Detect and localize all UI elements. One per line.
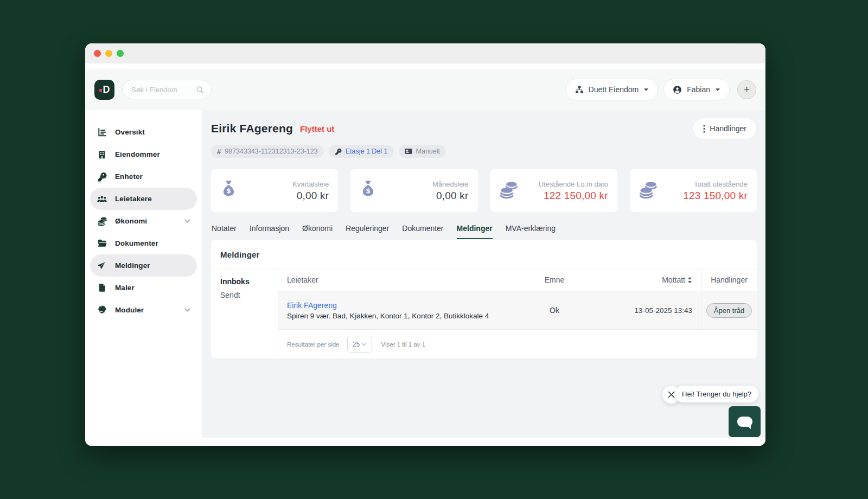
tab-reguleringer[interactable]: Reguleringer (346, 224, 389, 239)
overview-icon (97, 127, 107, 138)
sidebar-item-okonomi[interactable]: Økonomi (90, 210, 197, 232)
sidebar-item-eiendommer[interactable]: Eiendommer (90, 143, 197, 165)
search-icon (195, 85, 205, 94)
contract-number-badge: # 987343343-112312313-23-123 (211, 145, 324, 158)
sidebar-item-label: Moduler (115, 306, 144, 314)
user-name: Fabian (687, 85, 710, 94)
tab-mva-erklaering[interactable]: MVA-erklæring (506, 224, 556, 239)
stat-label: Totalt utestående (683, 180, 748, 188)
manual-badge-label: Manuelt (416, 148, 440, 155)
column-header-emne: Emne (500, 276, 609, 284)
logo-letter: D (103, 85, 110, 94)
chat-launcher-button[interactable] (729, 406, 761, 437)
stat-value: 122 150,00 kr (539, 190, 608, 202)
messages-table: Leietaker Emne Mottatt Handlinger (278, 268, 757, 359)
organization-selector[interactable]: Duett Eiendom (566, 79, 659, 100)
global-search[interactable] (122, 80, 212, 99)
subject-cell: Ok (500, 299, 609, 321)
message-folders: Innboks Sendt (211, 268, 278, 359)
user-menu[interactable]: Fabian (663, 79, 730, 100)
stat-cards: $ Kvartalsleie 0,00 kr $ Månedsleie 0,00… (211, 169, 757, 212)
stat-card-kvartalsleie: $ Kvartalsleie 0,00 kr (211, 169, 338, 212)
sidebar-item-oversikt[interactable]: Oversikt (90, 121, 197, 143)
money-bag-icon: $ (220, 180, 238, 202)
unit-badge[interactable]: Etasje 1 Del 1 (329, 145, 394, 158)
manual-badge: Manuelt (399, 145, 446, 158)
search-input[interactable] (131, 86, 195, 94)
close-window-button[interactable] (94, 50, 101, 57)
stat-value: 123 150,00 kr (683, 190, 748, 202)
column-header-mottatt[interactable]: Mottatt (609, 276, 701, 284)
stat-card-utestaende-tom-dato: Utestående t.o.m dato 122 150,00 kr (490, 169, 617, 212)
file-icon (97, 283, 107, 293)
minimize-window-button[interactable] (105, 50, 112, 57)
sidebar-item-leietakere[interactable]: Leietakere (90, 188, 197, 210)
card-icon (405, 148, 412, 155)
folder-icon (97, 238, 107, 249)
app-window: D Duett Eiendom Fabian (85, 43, 765, 446)
tab-bar: Notater Informasjon Økonomi Reguleringer… (211, 224, 757, 239)
svg-text:$: $ (226, 187, 231, 194)
tenants-icon (97, 194, 107, 204)
kebab-icon (703, 125, 705, 133)
key-icon (335, 148, 342, 155)
per-page-select[interactable]: 25 (347, 336, 372, 353)
stat-card-totalt-utestaende: Totalt utestående 123 150,00 kr (630, 169, 757, 212)
table-row[interactable]: Eirik FAgereng Spiren 9 vær. Bad, Kjøkke… (278, 291, 757, 330)
tab-dokumenter[interactable]: Dokumenter (402, 224, 443, 239)
messages-panel: Meldinger Innboks Sendt Leietaker Emne M… (211, 240, 757, 359)
sidebar-item-maler[interactable]: Maler (90, 277, 197, 299)
money-bag-icon: $ (359, 180, 377, 202)
tab-okonomi[interactable]: Økonomi (302, 224, 333, 239)
badge-row: # 987343343-112312313-23-123 Etasje 1 De… (211, 145, 757, 158)
sidebar-item-meldinger[interactable]: Meldinger (90, 254, 197, 277)
add-button-label: + (744, 84, 750, 95)
sidebar-item-label: Dokumenter (115, 239, 158, 247)
status-badge: Flyttet ut (300, 124, 334, 133)
tenant-link[interactable]: Eirik FAgereng (287, 301, 337, 310)
chat-prompt[interactable]: Hei! Trenger du hjelp? (675, 386, 758, 402)
sidebar-item-label: Leietakere (115, 195, 152, 203)
tab-informasjon[interactable]: Informasjon (250, 224, 289, 239)
actions-cell: Åpen tråd (701, 291, 757, 329)
key-icon (97, 171, 107, 182)
user-avatar-icon (673, 85, 682, 94)
column-header-leietaker: Leietaker (278, 276, 500, 284)
close-icon (668, 391, 675, 398)
coins-icon (97, 216, 107, 227)
sidebar-item-enheter[interactable]: Enheter (90, 165, 197, 188)
tab-meldinger[interactable]: Meldinger (457, 224, 493, 239)
sidebar-item-label: Økonomi (115, 217, 147, 225)
table-header-row: Leietaker Emne Mottatt Handlinger (278, 268, 757, 291)
sitemap-icon (575, 85, 584, 94)
sidebar-item-dokumenter[interactable]: Dokumenter (90, 232, 197, 254)
chat-prompt-text: Hei! Trenger du hjelp? (682, 390, 751, 398)
column-header-mottatt-label: Mottatt (662, 276, 685, 284)
chevron-down-icon (361, 343, 366, 346)
sidebar: Oversikt Eiendommer Enheter Leietakere (85, 110, 202, 438)
tab-notater[interactable]: Notater (212, 224, 237, 239)
coins-icon (639, 181, 658, 201)
sidebar-item-label: Eiendommer (115, 150, 160, 158)
top-app-bar: D Duett Eiendom Fabian (85, 69, 765, 110)
actions-button[interactable]: Handlinger (693, 118, 757, 139)
folder-innboks[interactable]: Innboks (220, 277, 278, 286)
window-bottom-edge (85, 438, 765, 446)
maximize-window-button[interactable] (117, 50, 124, 57)
per-page-label: Resultater per side (287, 341, 340, 348)
svg-text:$: $ (366, 187, 371, 194)
add-button[interactable]: + (737, 80, 756, 99)
contract-number: 987343343-112312313-23-123 (225, 148, 317, 155)
building-icon (97, 149, 107, 160)
logo-dot (99, 89, 102, 92)
coins-icon (499, 181, 519, 201)
app-logo[interactable]: D (94, 80, 114, 100)
chevron-down-icon (184, 219, 190, 223)
sort-icon[interactable] (687, 277, 692, 284)
unit-badge-label: Etasje 1 Del 1 (346, 148, 388, 155)
folder-sendt[interactable]: Sendt (220, 291, 278, 299)
page-title: Eirik FAgereng (211, 122, 293, 135)
open-thread-button[interactable]: Åpen tråd (706, 303, 752, 318)
sidebar-item-moduler[interactable]: Moduler (90, 299, 197, 321)
hash-icon: # (217, 148, 221, 156)
